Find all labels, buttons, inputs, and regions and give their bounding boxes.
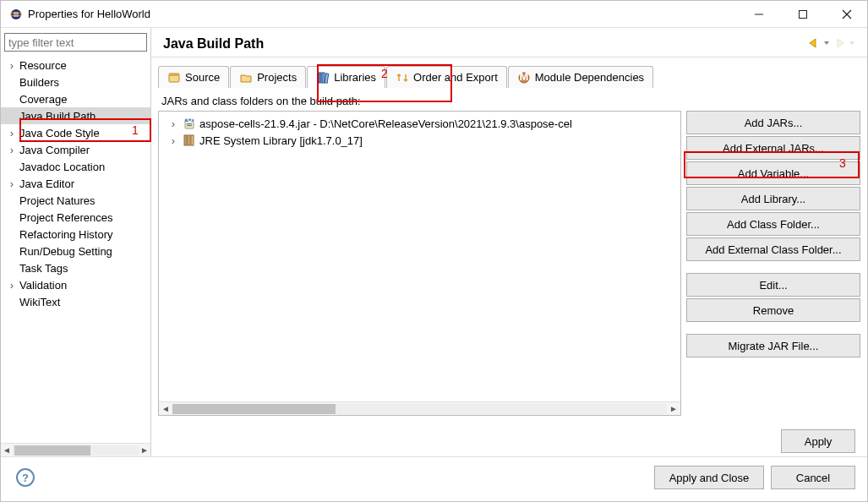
add-external-jars-button[interactable]: Add External JARs... — [686, 136, 860, 160]
sidebar-item-wikitext[interactable]: WikiText — [1, 293, 150, 310]
tab-libraries[interactable]: Libraries — [307, 66, 385, 88]
sidebar-item-task-tags[interactable]: Task Tags — [1, 259, 150, 276]
libraries-description: JARs and class folders on the build path… — [151, 88, 867, 111]
sidebar-item-javadoc-location[interactable]: Javadoc Location — [1, 158, 150, 175]
svg-rect-9 — [322, 73, 325, 83]
tab-label: Projects — [257, 71, 297, 84]
expand-icon[interactable] — [6, 127, 18, 139]
edit-button[interactable]: Edit... — [686, 273, 860, 297]
expand-icon[interactable] — [6, 296, 18, 308]
cancel-button[interactable]: Cancel — [771, 466, 855, 489]
expand-icon[interactable] — [6, 161, 18, 173]
sidebar-hscrollbar[interactable]: ◄ ► — [1, 443, 150, 456]
sidebar-item-refactoring-history[interactable]: Refactoring History — [1, 226, 150, 243]
scroll-right-icon[interactable]: ► — [667, 404, 680, 413]
sidebar-item-label: Resource — [18, 59, 67, 72]
svg-rect-10 — [325, 73, 329, 82]
expand-icon[interactable] — [6, 211, 18, 224]
sidebar-item-label: Refactoring History — [18, 228, 113, 241]
sidebar-item-project-natures[interactable]: Project Natures — [1, 192, 150, 209]
library-tree-panel: 010aspose-cells-21.9.4.jar - D:\NetCore\… — [158, 111, 681, 416]
scroll-right-icon[interactable]: ► — [140, 445, 149, 455]
tab-source[interactable]: Source — [158, 66, 229, 88]
sidebar-item-resource[interactable]: Resource — [1, 57, 150, 74]
svg-rect-20 — [191, 135, 194, 145]
back-menu-icon[interactable] — [823, 38, 830, 51]
expand-icon[interactable] — [6, 110, 18, 123]
back-icon[interactable] — [808, 38, 820, 51]
add-jars-button[interactable]: Add JARs... — [686, 111, 860, 134]
expand-icon[interactable] — [6, 93, 18, 106]
source-icon — [167, 71, 181, 85]
sidebar-item-coverage[interactable]: Coverage — [1, 90, 150, 107]
libtree-hscrollbar[interactable]: ◄ ► — [159, 401, 680, 415]
help-icon[interactable]: ? — [16, 468, 35, 487]
expand-icon[interactable] — [6, 228, 18, 241]
expand-icon[interactable] — [6, 76, 18, 89]
svg-rect-16 — [187, 125, 192, 126]
expand-icon[interactable] — [6, 245, 18, 258]
add-library-button[interactable]: Add Library... — [686, 187, 860, 210]
sidebar-item-validation[interactable]: Validation — [1, 276, 150, 293]
expand-icon[interactable] — [6, 262, 18, 275]
svg-text:M: M — [519, 71, 528, 83]
forward-icon[interactable] — [833, 38, 845, 51]
sidebar-item-java-build-path[interactable]: Java Build Path — [1, 107, 150, 124]
tab-order[interactable]: Order and Export — [386, 66, 507, 88]
library-entry[interactable]: 010aspose-cells-21.9.4.jar - D:\NetCore\… — [159, 115, 680, 132]
expand-icon[interactable] — [6, 177, 18, 190]
tab-projects[interactable]: Projects — [230, 66, 306, 88]
app-icon — [9, 8, 23, 21]
scroll-track[interactable] — [172, 404, 667, 414]
expand-icon[interactable] — [6, 144, 18, 156]
scroll-track[interactable] — [13, 445, 139, 456]
forward-menu-icon[interactable] — [849, 38, 855, 51]
window-buttons — [749, 4, 864, 25]
expand-icon[interactable] — [6, 194, 18, 207]
category-tree[interactable]: ResourceBuildersCoverageJava Build PathJ… — [1, 55, 150, 443]
library-tree[interactable]: 010aspose-cells-21.9.4.jar - D:\NetCore\… — [159, 112, 680, 401]
sidebar-item-java-compiler[interactable]: Java Compiler — [1, 141, 150, 158]
sidebar-item-label: Javadoc Location — [18, 161, 105, 173]
scroll-left-icon[interactable]: ◄ — [3, 445, 11, 455]
filter-input[interactable] — [4, 33, 147, 52]
close-button[interactable] — [837, 4, 857, 25]
add-variable-button[interactable]: Add Variable... — [686, 161, 860, 185]
filter-container — [4, 33, 147, 52]
add-class-folder-button[interactable]: Add Class Folder... — [686, 212, 860, 236]
sidebar-item-java-code-style[interactable]: Java Code Style — [1, 124, 150, 141]
dialog-footer: ? Apply and Close Cancel — [1, 456, 867, 501]
minimize-button[interactable] — [749, 4, 769, 25]
sidebar-item-label: Task Tags — [18, 262, 68, 275]
tab-module[interactable]: MModule Dependencies — [508, 66, 653, 88]
tab-label: Module Dependencies — [535, 71, 644, 84]
sidebar-item-java-editor[interactable]: Java Editor — [1, 175, 150, 192]
add-external-class-folder-button[interactable]: Add External Class Folder... — [686, 237, 860, 261]
projects-icon — [239, 71, 253, 85]
apply-and-close-button[interactable]: Apply and Close — [654, 466, 764, 489]
library-entry[interactable]: JRE System Library [jdk1.7.0_17] — [159, 132, 680, 149]
sidebar-item-project-references[interactable]: Project References — [1, 209, 150, 226]
scroll-thumb[interactable] — [14, 445, 90, 456]
page-title: Java Build Path — [163, 36, 808, 52]
expand-icon[interactable] — [6, 279, 18, 292]
scroll-thumb[interactable] — [172, 404, 336, 414]
scroll-left-icon[interactable]: ◄ — [159, 404, 172, 413]
sidebar-item-run-debug-setting[interactable]: Run/Debug Setting — [1, 243, 150, 259]
sidebar-item-label: Java Editor — [18, 177, 74, 190]
tab-bar: SourceProjectsLibrariesOrder and ExportM… — [151, 57, 867, 88]
nav-history — [808, 38, 855, 51]
sidebar-item-label: Coverage — [18, 93, 67, 106]
apply-button[interactable]: Apply — [781, 429, 855, 453]
migrate-jar-button[interactable]: Migrate JAR File... — [686, 334, 860, 357]
expand-icon[interactable] — [167, 117, 179, 130]
expand-icon[interactable] — [167, 134, 179, 147]
remove-button[interactable]: Remove — [686, 298, 860, 322]
maximize-button[interactable] — [793, 4, 813, 25]
sidebar-item-builders[interactable]: Builders — [1, 74, 150, 90]
library-entry-label: JRE System Library [jdk1.7.0_17] — [199, 134, 363, 147]
sidebar-item-label: Project References — [18, 211, 113, 224]
expand-icon[interactable] — [6, 59, 18, 72]
module-icon: M — [517, 71, 531, 85]
tab-label: Source — [185, 71, 220, 84]
